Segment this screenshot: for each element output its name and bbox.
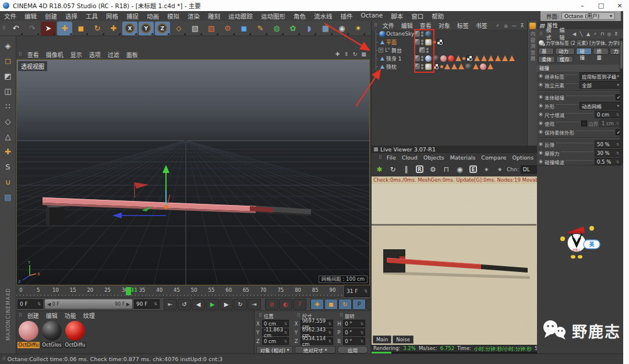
visibility-dots[interactable] [421,31,423,37]
menu-item-13[interactable]: 角色 [289,12,310,20]
play-forwards-button[interactable]: ▶ [206,299,219,310]
viewport-3d-view[interactable]: Y X Z 透视视图 网格间距 : 100 cm [16,59,370,285]
materials-grip[interactable]: ⠿ [19,313,22,318]
nav-up-icon[interactable]: ▲ [585,30,592,37]
texture-mode-icon[interactable]: ◩ [1,69,15,83]
render-view-icon[interactable]: ▧ [188,22,203,36]
light-icon[interactable]: ✶ [351,22,366,36]
subdivision-surface-icon[interactable]: ◍ [269,22,284,36]
tag-matball-red-icon[interactable] [448,55,454,62]
camera-icon[interactable]: ◉ [334,22,349,36]
search-icon[interactable]: ⌕ [494,22,501,29]
material-preview-sphere[interactable] [42,321,62,341]
menu-item-6[interactable]: 捕捉 [122,12,143,20]
minimize-button[interactable]: – [573,2,592,9]
tag-tri-icon[interactable] [488,55,494,61]
start-frame-spinner[interactable]: 0 F⇅ [17,299,43,309]
material-ball-icon[interactable]: ◉ [453,163,467,175]
enable-toggle[interactable] [414,55,420,61]
material-preview-sphere[interactable] [65,321,85,341]
object-row[interactable]: OctaneSky [372,30,527,38]
end-frame-spinner[interactable]: 90 F⇅ [134,299,160,309]
record-scale-toggle[interactable]: ◼ [324,299,338,310]
om-menu-5[interactable]: 书签 [472,21,491,30]
om-menu-1[interactable]: 编辑 [398,21,416,30]
tag-matball-black-icon[interactable] [465,63,472,70]
attribute-checkbox[interactable] [581,121,587,126]
goto-start-button[interactable]: ⇤ [164,299,177,310]
home-icon[interactable]: ⌂ [502,22,510,29]
timeline-ruler[interactable]: 05101520253035404550556065707580859031 [16,285,343,298]
toolbar-grip[interactable]: ⠿ [2,26,5,31]
view-label[interactable]: 透视视图 [18,61,47,71]
menu-item-11[interactable]: 运动跟踪 [224,12,257,20]
render-settings-icon[interactable]: ⚙ [220,22,235,36]
preview-range-slider[interactable]: ◀ 0 F 90 F ▶ [45,299,132,309]
record-parameter-toggle[interactable]: P [352,299,366,310]
tag-tri-icon[interactable] [473,63,479,69]
coordinate-field[interactable]: 0 °⇅ [343,320,365,327]
rotate-tool-icon[interactable]: ↻ [90,22,105,36]
lock-workplane-icon[interactable]: ▤ [1,190,15,204]
object-name[interactable]: 平面 [386,38,414,46]
kernel-settings-icon[interactable]: ⚙ [426,163,440,175]
tag-dot-icon[interactable] [440,65,443,68]
object-name[interactable]: OctaneSky [386,31,414,37]
render-view[interactable]: MainNoise [372,184,537,345]
play-backwards-button[interactable]: ↺ [178,299,191,310]
menu-item-7[interactable]: 动画 [143,12,163,20]
om-menu-3[interactable]: 对象 [435,21,454,30]
enable-snap-icon[interactable]: ∪ [1,175,15,189]
dock-icon[interactable]: ⊼ [518,22,526,29]
menu-item-14[interactable]: 流水线 [310,12,337,20]
z-axis-lock-icon[interactable]: Z [155,22,170,36]
visibility-dots[interactable] [421,64,423,69]
attr-tab-1[interactable]: 动力学 [555,48,575,55]
attribute-dropdown[interactable]: 全部▾ [579,81,621,89]
render-picture-viewer-icon[interactable]: ▧ [204,22,219,36]
menu-item-2[interactable]: 创建 [41,12,61,20]
tag-tri-icon[interactable] [509,55,515,61]
reset-render-icon[interactable]: R [413,163,426,175]
object-name[interactable]: 筷枕 [386,63,414,70]
attribute-grip[interactable]: ⠿ [539,31,542,37]
tag-tri-icon[interactable] [458,63,464,69]
enable-axis-icon[interactable]: ✚ [1,144,15,158]
coordinate-field[interactable]: 9534.114 cm⇅ [301,337,333,345]
material-menu-1[interactable]: 编辑 [43,311,61,320]
viewport-grip[interactable]: ⠿ [19,52,22,57]
material-name[interactable]: OctDiffu [64,342,86,348]
attribute-dropdown[interactable]: 应用标签到子级▾ [579,72,621,80]
play-loop-button[interactable]: ↻ [234,299,247,310]
target-icon[interactable]: ◎ [606,30,613,37]
collision-section-header[interactable]: 碰撞 [537,65,623,72]
menu-item-12[interactable]: 运动图形 [257,12,289,20]
viewport-menu-4[interactable]: 过滤 [104,50,123,59]
object-row[interactable]: ▲平面 [372,38,527,46]
attr-tab2-0[interactable]: 柔体 [538,56,555,63]
points-mode-icon[interactable]: ∷ [1,99,15,113]
attribute-spinner[interactable]: 0.5 %⇅ [595,158,621,165]
lv-menu-2[interactable]: Objects [420,154,447,161]
live-viewer-grip[interactable]: ⠿ [379,155,381,160]
visibility-dots[interactable] [426,48,429,53]
record-position-toggle[interactable]: ✚ [310,299,324,310]
tag-matball-blue-icon[interactable] [425,55,432,62]
object-row[interactable]: +L°舞台 [372,46,527,54]
minimize-icon[interactable]: — [510,22,518,29]
autokeying-button[interactable]: ◐ [279,299,292,310]
coordinate-field[interactable]: -11.863 cm⇅ [262,328,289,336]
undo-icon[interactable]: ↶ [8,22,23,36]
lv-menu-3[interactable]: Materials [447,154,479,161]
solo-mode-icon[interactable]: S [1,160,15,174]
record-keyframe-button[interactable]: ⊘ [265,299,278,310]
tag-matball-black-icon[interactable] [433,55,439,62]
last-tool-icon[interactable]: ✚ [106,22,121,36]
enable-toggle[interactable] [414,39,420,45]
model-mode-icon[interactable]: ◻ [1,54,15,68]
tag-tri-icon[interactable] [502,55,508,61]
viewport-menu-0[interactable]: 查看 [24,50,43,59]
lock-icon[interactable]: ⊓ [599,30,606,37]
lock-resolution-icon[interactable]: ⊓ [440,163,453,175]
render-tab-noise[interactable]: Noise [393,335,414,344]
